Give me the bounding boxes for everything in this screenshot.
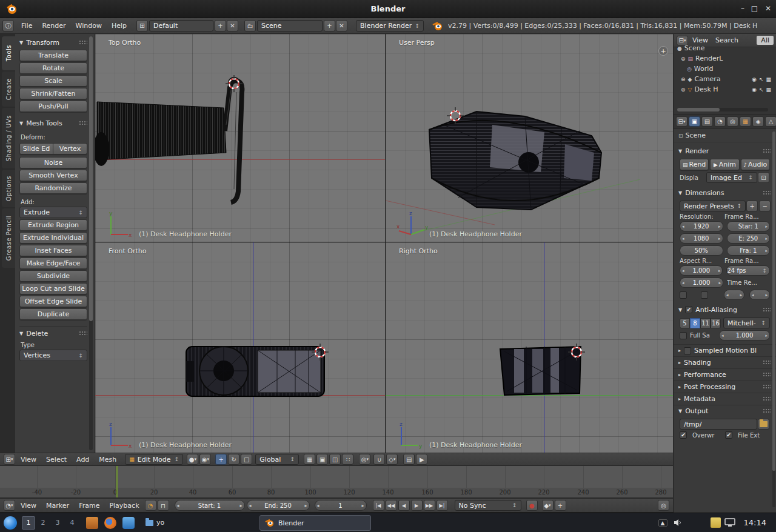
preview-range-icon[interactable]: ◔: [145, 500, 156, 511]
jump-to-end-button[interactable]: ▶|: [436, 500, 448, 511]
motion-blur-panel-header[interactable]: ▸Sampled Motion Bl: [674, 344, 776, 356]
tab-options[interactable]: Options: [2, 170, 15, 207]
mesh-tools-panel-header[interactable]: ▼Mesh Tools: [19, 117, 87, 129]
timeline-menu-marker[interactable]: Marker: [41, 502, 74, 510]
properties-scrollbar[interactable]: [772, 131, 775, 507]
scene-tab-icon[interactable]: ◔: [714, 116, 726, 127]
vertex-select-toggle[interactable]: ▣: [316, 454, 328, 465]
transform-orientation-dropdown[interactable]: Global: [255, 454, 299, 465]
inset-faces-button[interactable]: Inset Faces: [19, 245, 87, 256]
aa-samples-8[interactable]: 8: [690, 318, 700, 328]
frame-start-field[interactable]: Star: 1▸: [727, 221, 771, 231]
timeline-ruler[interactable]: -40 -20 0 20 40 60 80 100 120 140 160 18…: [0, 466, 673, 498]
post-processing-panel-header[interactable]: ▸Post Processing: [674, 381, 776, 393]
performance-panel-header[interactable]: ▸Performance: [674, 368, 776, 381]
outliner-item-desk-holder[interactable]: ⊕▽Desk H ◉↖▦: [674, 84, 776, 95]
frame-end-field[interactable]: ◂End: 250▸: [247, 500, 310, 511]
file-ext-checkbox[interactable]: ✔: [725, 431, 732, 439]
push-pull-button[interactable]: Push/Pull: [19, 101, 87, 112]
panel-drag-dots[interactable]: [79, 121, 87, 126]
render-tab-icon[interactable]: ▣: [689, 116, 700, 127]
properties-editor-icon[interactable]: ⊟▾: [676, 116, 687, 127]
extrude-region-button[interactable]: Extrude Region: [19, 219, 87, 231]
outliner-menu-search[interactable]: Search: [712, 36, 742, 44]
keying-set-dropdown[interactable]: ◆▾: [542, 500, 554, 511]
menu-file[interactable]: File: [16, 22, 37, 30]
view3d-menu-add[interactable]: Add: [72, 456, 94, 464]
render-restrict-icon[interactable]: ▦: [766, 76, 771, 82]
jump-to-start-button[interactable]: |◀: [373, 500, 384, 511]
randomize-button[interactable]: Randomize: [19, 182, 87, 194]
manipulator-rotate-icon[interactable]: ↻: [228, 454, 239, 465]
metadata-panel-header[interactable]: ▸Metadata: [674, 393, 776, 405]
render-panel-header[interactable]: ▼Render: [674, 145, 776, 157]
outliner-item-camera[interactable]: ⊕◆Camera ◉↖▦: [674, 74, 776, 84]
outliner-filter-dropdown[interactable]: All: [757, 36, 774, 45]
aspect-x-field[interactable]: ◂1.000▸: [680, 265, 723, 276]
resolution-percentage-field[interactable]: 50%: [680, 245, 723, 256]
manipulator-scale-icon[interactable]: □: [241, 454, 252, 465]
record-button[interactable]: ●: [526, 500, 538, 511]
make-edge-face-button[interactable]: Make Edge/Face: [19, 258, 87, 269]
modifiers-tab-icon[interactable]: ◈: [752, 116, 764, 127]
noise-button[interactable]: Noise: [19, 157, 87, 168]
close-button[interactable]: ✕: [765, 4, 771, 13]
viewport-shading-dropdown[interactable]: ●▾: [187, 454, 198, 465]
insert-keyframe-icon[interactable]: +: [555, 500, 566, 511]
menu-window[interactable]: Window: [71, 22, 107, 30]
opengl-render-button[interactable]: ▤: [403, 454, 415, 465]
border-checkbox[interactable]: [680, 291, 687, 299]
workspace-2[interactable]: 2: [36, 516, 50, 530]
workspace-1[interactable]: 1: [22, 516, 35, 530]
viewport-right-ortho[interactable]: zy Right Ortho (1) Desk Headphone Holder: [386, 242, 673, 453]
prev-keyframe-button[interactable]: ◀◀: [386, 500, 397, 511]
translate-button[interactable]: Translate: [19, 50, 87, 61]
rotate-button[interactable]: Rotate: [19, 62, 87, 74]
terminal-app-icon[interactable]: [86, 517, 98, 529]
maximize-button[interactable]: □: [751, 4, 758, 13]
chat-app-icon[interactable]: [122, 517, 135, 529]
timeline-editor-icon[interactable]: ◔▾: [4, 500, 15, 511]
time-remap-new-field[interactable]: ◂▸: [749, 290, 770, 300]
render-engine-dropdown[interactable]: Blender Render: [356, 20, 424, 32]
render-layers-tab-icon[interactable]: ▤: [701, 116, 713, 127]
shrink-fatten-button[interactable]: Shrink/Fatten: [19, 88, 87, 99]
current-frame-field[interactable]: ◂1▸: [315, 500, 367, 511]
firefox-icon[interactable]: [104, 517, 116, 529]
scale-button[interactable]: Scale: [19, 75, 87, 87]
hide-eye-icon[interactable]: ◉: [752, 76, 757, 82]
timeline-menu-frame[interactable]: Frame: [74, 502, 104, 510]
delete-type-dropdown[interactable]: Vertices: [19, 350, 87, 361]
output-path-field[interactable]: /tmp/: [680, 419, 757, 430]
timeline-menu-playback[interactable]: Playback: [104, 502, 144, 510]
viewport-top-ortho[interactable]: yx Top Ortho (1) Desk Headphone Holder: [95, 34, 385, 242]
pivot-point-dropdown[interactable]: ◉▾: [199, 454, 211, 465]
region-expand-icon[interactable]: +: [658, 46, 668, 56]
aa-samples-16[interactable]: 16: [711, 318, 721, 328]
display-dropdown[interactable]: Image Ed: [706, 172, 757, 183]
resolution-x-field[interactable]: ◂1920▸: [680, 221, 723, 231]
aa-filter-size-field[interactable]: ◂1.000▸: [719, 330, 770, 341]
smooth-vertex-button[interactable]: Smooth Vertex: [19, 170, 87, 181]
tab-tools[interactable]: Tools: [2, 36, 15, 70]
tab-shading-uvs[interactable]: Shading / UVs: [2, 108, 15, 168]
resolution-y-field[interactable]: ◂1080▸: [680, 233, 723, 244]
aa-enable-checkbox[interactable]: ✔: [685, 306, 692, 313]
render-animation-button[interactable]: ▶Anim: [710, 159, 739, 170]
aa-filter-dropdown[interactable]: Mitchell-: [723, 318, 770, 328]
frame-step-field[interactable]: Fra: 1▸: [727, 245, 771, 256]
outliner-item-renderlayers[interactable]: ⊕▤RenderL: [674, 53, 776, 64]
frame-end-field[interactable]: E: 250▸: [727, 233, 771, 244]
snap-element-dropdown[interactable]: ◇▾: [386, 454, 398, 465]
dimensions-panel-header[interactable]: ▼Dimensions: [674, 187, 776, 199]
render-presets-dropdown[interactable]: Render Presets: [680, 201, 746, 211]
scene-close-icon[interactable]: ✕: [336, 20, 347, 32]
snap-magnet-toggle[interactable]: ∪: [373, 454, 385, 465]
object-tab-icon[interactable]: ▦: [740, 116, 751, 127]
play-reverse-button[interactable]: ◀: [398, 500, 410, 511]
view3d-menu-select[interactable]: Select: [41, 456, 72, 464]
vertex-slide-button[interactable]: Vertex: [53, 143, 87, 155]
delete-keyframe-icon[interactable]: ◎: [658, 500, 669, 511]
aa-samples-11[interactable]: 11: [700, 318, 711, 328]
delete-panel-header[interactable]: ▼Delete: [19, 326, 87, 338]
